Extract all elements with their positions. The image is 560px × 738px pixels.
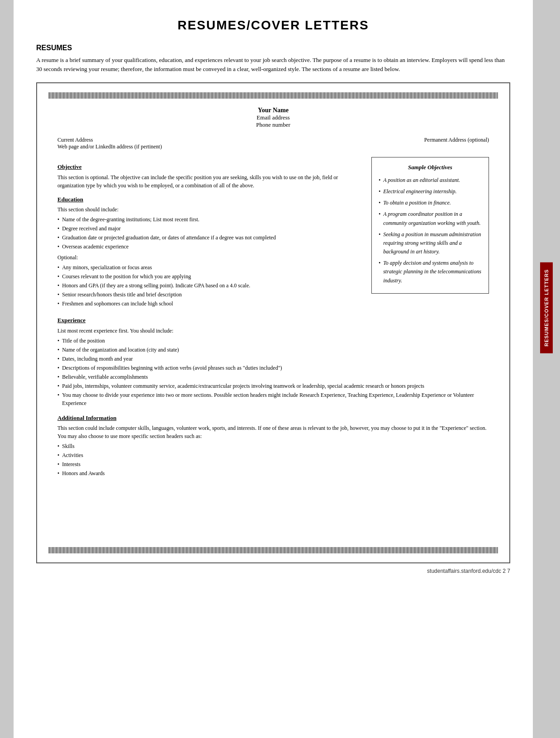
resume-phone: Phone number bbox=[57, 121, 489, 129]
edu-bullet-2: Degree received and major bbox=[57, 224, 362, 233]
header-bar-top bbox=[48, 92, 498, 99]
footer-text: studentaffairs.stanford.edu/cdc 2 7 bbox=[36, 568, 510, 574]
resume-box-inner: Your Name Email address Phone number Cur… bbox=[48, 99, 498, 547]
opt-bullet-4: Senior research/honors thesis title and … bbox=[57, 290, 362, 299]
experience-bullets: Title of the position Name of the organi… bbox=[57, 337, 489, 407]
main-content: RESUMES/COVER LETTERS RESUMES A resume i… bbox=[14, 0, 533, 738]
edu-bullet-3: Graduation date or projected graduation … bbox=[57, 233, 362, 242]
additional-title: Additional Information bbox=[57, 414, 489, 423]
resume-email: Email address bbox=[57, 114, 489, 121]
sample-objectives-col: Sample Objectives A position as an edito… bbox=[371, 157, 489, 309]
education-optional-bullets: Any minors, specialization or focus area… bbox=[57, 263, 362, 308]
exp-bullet-4: Descriptions of responsibilities beginni… bbox=[57, 364, 489, 372]
experience-section: Experience List most recent experience f… bbox=[57, 316, 489, 407]
experience-title: Experience bbox=[57, 316, 489, 325]
edu-bullet-4: Overseas academic experience bbox=[57, 243, 362, 251]
add-bullet-3: Interests bbox=[57, 460, 489, 468]
resume-header: Your Name Email address Phone number bbox=[57, 107, 489, 129]
resume-box: Your Name Email address Phone number Cur… bbox=[36, 82, 510, 563]
objective-title: Objective bbox=[57, 162, 362, 171]
experience-intro: List most recent experience first. You s… bbox=[57, 327, 489, 335]
obj-4: A program coordinator position in a comm… bbox=[379, 210, 482, 227]
exp-bullet-2: Name of the organization and location (c… bbox=[57, 346, 489, 354]
obj-2: Electrical engineering internship. bbox=[379, 187, 482, 196]
address-left: Current Address Web page and/or LinkedIn… bbox=[57, 137, 273, 150]
obj-6: To apply decision and systems analysis t… bbox=[379, 259, 482, 285]
spacer bbox=[57, 479, 489, 533]
resume-left-col: Objective This section is optional. The … bbox=[57, 157, 362, 309]
exp-bullet-1: Title of the position bbox=[57, 337, 489, 345]
education-title: Education bbox=[57, 195, 362, 204]
additional-text: This section could include computer skil… bbox=[57, 424, 489, 440]
objective-text: This section is optional. The objective … bbox=[57, 173, 362, 190]
opt-bullet-5: Freshmen and sophomores can include high… bbox=[57, 300, 362, 308]
sample-objectives-title: Sample Objectives bbox=[379, 163, 482, 172]
edu-bullet-1: Name of the degree-granting institutions… bbox=[57, 215, 362, 224]
resumes-heading: RESUMES bbox=[36, 44, 510, 52]
objectives-list: A position as an editorial assistant. El… bbox=[379, 176, 482, 285]
page-title: RESUMES/COVER LETTERS bbox=[36, 18, 510, 33]
address-right: Permanent Address (optional) bbox=[273, 137, 489, 150]
obj-5: Seeking a position in museum administrat… bbox=[379, 230, 482, 257]
opt-bullet-1: Any minors, specialization or focus area… bbox=[57, 263, 362, 271]
education-bullets: Name of the degree-granting institutions… bbox=[57, 215, 362, 251]
right-sidebar: RESUMES/COVER LETTERS bbox=[533, 0, 560, 738]
add-bullet-1: Skills bbox=[57, 442, 489, 450]
resume-name: Your Name bbox=[57, 107, 489, 114]
additional-section: Additional Information This section coul… bbox=[57, 414, 489, 478]
additional-bullets: Skills Activities Interests Honors and A… bbox=[57, 442, 489, 477]
permanent-address-label: Permanent Address (optional) bbox=[273, 137, 489, 143]
exp-bullet-7: You may choose to divide your experience… bbox=[57, 391, 489, 407]
sidebar-label: RESUMES/COVER LETTERS bbox=[540, 262, 553, 353]
education-intro: This section should include: bbox=[57, 205, 362, 214]
current-address-sub: Web page and/or LinkedIn address (if per… bbox=[57, 143, 273, 150]
optional-label: Optional: bbox=[57, 253, 362, 262]
exp-bullet-3: Dates, including month and year bbox=[57, 355, 489, 363]
left-border bbox=[0, 0, 14, 738]
obj-3: To obtain a position in finance. bbox=[379, 199, 482, 207]
add-bullet-4: Honors and Awards bbox=[57, 469, 489, 477]
opt-bullet-2: Courses relevant to the position for whi… bbox=[57, 272, 362, 281]
exp-bullet-6: Paid jobs, internships, volunteer commun… bbox=[57, 382, 489, 390]
page-container: RESUMES/COVER LETTERS RESUMES A resume i… bbox=[0, 0, 560, 738]
exp-bullet-5: Believable, verifiable accomplishments bbox=[57, 373, 489, 381]
add-bullet-2: Activities bbox=[57, 451, 489, 459]
bottom-hatch bbox=[48, 547, 498, 553]
opt-bullet-3: Honors and GPA (if they are a strong sel… bbox=[57, 281, 362, 290]
resume-body: Objective This section is optional. The … bbox=[57, 157, 489, 309]
current-address-label: Current Address bbox=[57, 137, 273, 143]
sample-objectives-box: Sample Objectives A position as an edito… bbox=[371, 157, 489, 294]
obj-1: A position as an editorial assistant. bbox=[379, 176, 482, 185]
address-row: Current Address Web page and/or LinkedIn… bbox=[57, 137, 489, 150]
intro-text: A resume is a brief summary of your qual… bbox=[36, 56, 510, 73]
